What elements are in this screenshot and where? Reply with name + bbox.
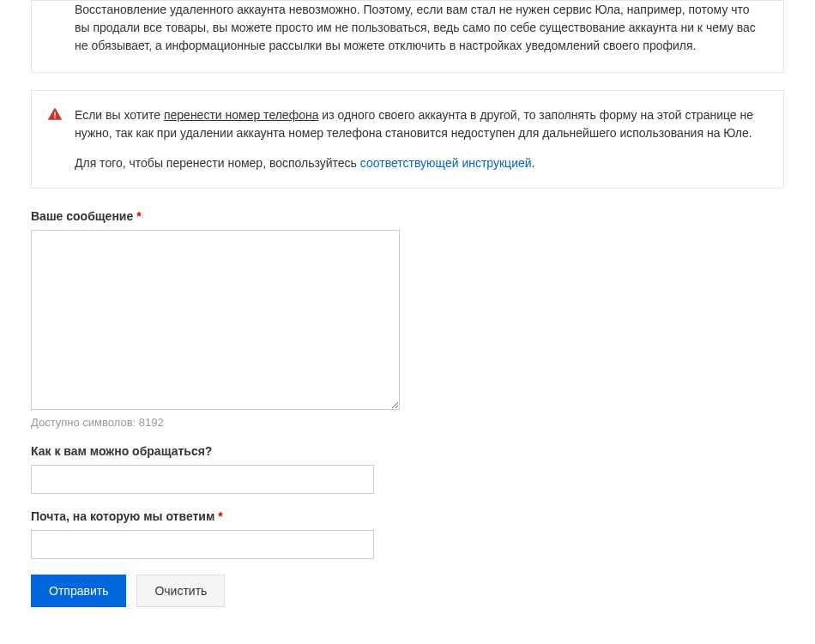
- message-group: Ваше сообщение * Доступно символов: 8192: [31, 209, 784, 429]
- name-label: Как к вам можно обращаться?: [31, 444, 784, 458]
- label-text: Ваше сообщение: [31, 209, 133, 223]
- info-box: Восстановление удаленного аккаунта невоз…: [31, 0, 784, 73]
- char-counter-value: 8192: [139, 416, 164, 429]
- warning-icon: [47, 106, 63, 122]
- button-row: Отправить Очистить: [31, 575, 784, 607]
- email-group: Почта, на которую мы ответим *: [31, 509, 784, 559]
- required-marker: *: [218, 509, 222, 523]
- label-text: Почта, на которую мы ответим: [31, 509, 214, 523]
- message-label: Ваше сообщение *: [31, 209, 784, 223]
- alert-paragraph-1: Если вы хотите перенести номер телефона …: [75, 106, 766, 142]
- name-group: Как к вам можно обращаться?: [31, 444, 784, 494]
- char-counter-label: Доступно символов:: [31, 416, 139, 429]
- name-input[interactable]: [31, 465, 374, 494]
- clear-button[interactable]: Очистить: [136, 575, 225, 607]
- char-counter: Доступно символов: 8192: [31, 416, 784, 429]
- email-input[interactable]: [31, 530, 374, 559]
- alert-box: Если вы хотите перенести номер телефона …: [31, 90, 784, 189]
- alert-text: Если вы хотите: [75, 108, 164, 122]
- alert-text: .: [532, 156, 535, 170]
- submit-button[interactable]: Отправить: [31, 575, 126, 607]
- info-text: Восстановление удаленного аккаунта невоз…: [75, 1, 766, 55]
- email-label: Почта, на которую мы ответим *: [31, 509, 784, 523]
- required-marker: *: [136, 209, 141, 223]
- instruction-link[interactable]: соответствующей инструкцией: [360, 156, 532, 170]
- message-textarea[interactable]: [31, 230, 400, 410]
- alert-paragraph-2: Для того, чтобы перенести номер, восполь…: [75, 154, 766, 172]
- alert-underlined: перенести номер телефона: [164, 108, 319, 122]
- alert-text: Для того, чтобы перенести номер, восполь…: [75, 156, 360, 170]
